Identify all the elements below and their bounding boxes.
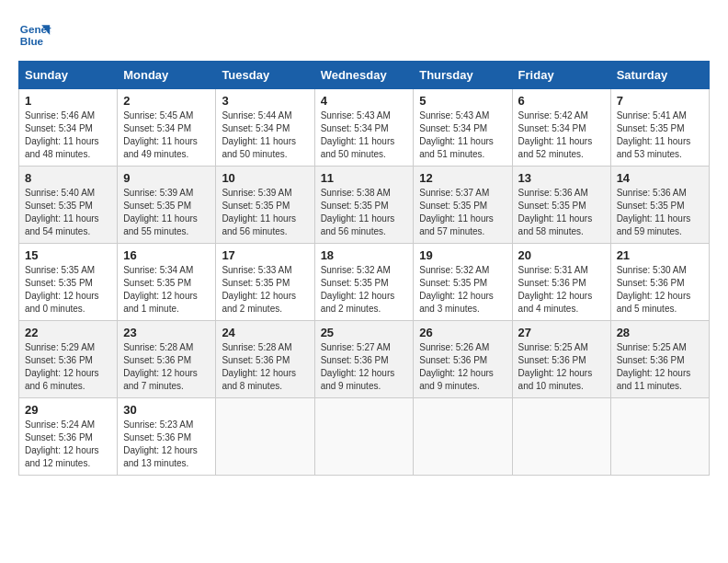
calendar-cell: 30Sunrise: 5:23 AM Sunset: 5:36 PM Dayli… bbox=[118, 398, 216, 476]
cell-text: Sunrise: 5:37 AM Sunset: 5:35 PM Dayligh… bbox=[419, 187, 506, 238]
day-number: 30 bbox=[123, 403, 210, 417]
weekday-header-sunday: Sunday bbox=[19, 62, 118, 89]
day-number: 2 bbox=[123, 94, 210, 108]
calendar-cell: 9Sunrise: 5:39 AM Sunset: 5:35 PM Daylig… bbox=[118, 167, 216, 244]
day-number: 1 bbox=[25, 94, 111, 108]
calendar-cell bbox=[314, 398, 414, 476]
day-number: 3 bbox=[222, 94, 308, 108]
day-number: 5 bbox=[419, 94, 506, 108]
weekday-header-tuesday: Tuesday bbox=[216, 62, 314, 89]
calendar-cell: 5Sunrise: 5:43 AM Sunset: 5:34 PM Daylig… bbox=[414, 89, 512, 167]
calendar-cell bbox=[512, 398, 610, 476]
calendar-cell: 22Sunrise: 5:29 AM Sunset: 5:36 PM Dayli… bbox=[19, 321, 118, 398]
weekday-header-monday: Monday bbox=[118, 62, 216, 89]
calendar-cell: 12Sunrise: 5:37 AM Sunset: 5:35 PM Dayli… bbox=[414, 167, 512, 244]
day-number: 15 bbox=[25, 248, 111, 262]
calendar-cell: 17Sunrise: 5:33 AM Sunset: 5:35 PM Dayli… bbox=[216, 244, 314, 321]
day-number: 20 bbox=[518, 248, 605, 262]
day-number: 16 bbox=[123, 248, 210, 262]
calendar-week-2: 8Sunrise: 5:40 AM Sunset: 5:35 PM Daylig… bbox=[19, 167, 710, 244]
cell-text: Sunrise: 5:24 AM Sunset: 5:36 PM Dayligh… bbox=[25, 419, 111, 470]
calendar-week-3: 15Sunrise: 5:35 AM Sunset: 5:35 PM Dayli… bbox=[19, 244, 710, 321]
cell-text: Sunrise: 5:43 AM Sunset: 5:34 PM Dayligh… bbox=[419, 109, 506, 161]
day-number: 8 bbox=[25, 171, 111, 185]
calendar-cell: 29Sunrise: 5:24 AM Sunset: 5:36 PM Dayli… bbox=[19, 398, 118, 476]
calendar-body: 1Sunrise: 5:46 AM Sunset: 5:34 PM Daylig… bbox=[19, 89, 710, 476]
weekday-header-friday: Friday bbox=[512, 62, 610, 89]
calendar-cell: 13Sunrise: 5:36 AM Sunset: 5:35 PM Dayli… bbox=[512, 167, 610, 244]
cell-text: Sunrise: 5:23 AM Sunset: 5:36 PM Dayligh… bbox=[123, 419, 210, 470]
calendar-week-4: 22Sunrise: 5:29 AM Sunset: 5:36 PM Dayli… bbox=[19, 321, 710, 398]
cell-text: Sunrise: 5:36 AM Sunset: 5:35 PM Dayligh… bbox=[518, 187, 605, 238]
cell-text: Sunrise: 5:40 AM Sunset: 5:35 PM Dayligh… bbox=[25, 187, 111, 238]
cell-text: Sunrise: 5:35 AM Sunset: 5:35 PM Dayligh… bbox=[25, 264, 111, 316]
calendar-header-row: SundayMondayTuesdayWednesdayThursdayFrid… bbox=[19, 62, 710, 89]
cell-text: Sunrise: 5:33 AM Sunset: 5:35 PM Dayligh… bbox=[222, 264, 308, 316]
day-number: 29 bbox=[25, 403, 111, 417]
day-number: 23 bbox=[123, 326, 210, 339]
cell-text: Sunrise: 5:36 AM Sunset: 5:35 PM Dayligh… bbox=[617, 187, 703, 238]
cell-text: Sunrise: 5:44 AM Sunset: 5:34 PM Dayligh… bbox=[222, 109, 308, 161]
calendar-cell: 25Sunrise: 5:27 AM Sunset: 5:36 PM Dayli… bbox=[314, 321, 414, 398]
cell-text: Sunrise: 5:32 AM Sunset: 5:35 PM Dayligh… bbox=[321, 264, 408, 316]
day-number: 24 bbox=[222, 326, 308, 339]
calendar-cell bbox=[216, 398, 314, 476]
calendar-cell: 15Sunrise: 5:35 AM Sunset: 5:35 PM Dayli… bbox=[19, 244, 118, 321]
day-number: 11 bbox=[321, 171, 408, 185]
calendar-cell: 21Sunrise: 5:30 AM Sunset: 5:36 PM Dayli… bbox=[610, 244, 709, 321]
weekday-header-wednesday: Wednesday bbox=[314, 62, 414, 89]
calendar-cell: 24Sunrise: 5:28 AM Sunset: 5:36 PM Dayli… bbox=[216, 321, 314, 398]
logo-icon: General Blue bbox=[18, 18, 51, 52]
calendar-cell: 11Sunrise: 5:38 AM Sunset: 5:35 PM Dayli… bbox=[314, 167, 414, 244]
day-number: 27 bbox=[518, 326, 605, 339]
calendar-week-1: 1Sunrise: 5:46 AM Sunset: 5:34 PM Daylig… bbox=[19, 89, 710, 167]
day-number: 10 bbox=[222, 171, 308, 185]
calendar-cell: 27Sunrise: 5:25 AM Sunset: 5:36 PM Dayli… bbox=[512, 321, 610, 398]
cell-text: Sunrise: 5:31 AM Sunset: 5:36 PM Dayligh… bbox=[518, 264, 605, 316]
day-number: 7 bbox=[617, 94, 703, 108]
cell-text: Sunrise: 5:30 AM Sunset: 5:36 PM Dayligh… bbox=[617, 264, 703, 316]
day-number: 9 bbox=[123, 171, 210, 185]
calendar-cell: 10Sunrise: 5:39 AM Sunset: 5:35 PM Dayli… bbox=[216, 167, 314, 244]
calendar-table: SundayMondayTuesdayWednesdayThursdayFrid… bbox=[18, 61, 710, 476]
calendar-cell: 26Sunrise: 5:26 AM Sunset: 5:36 PM Dayli… bbox=[414, 321, 512, 398]
cell-text: Sunrise: 5:39 AM Sunset: 5:35 PM Dayligh… bbox=[222, 187, 308, 238]
calendar-cell bbox=[414, 398, 512, 476]
calendar-cell: 16Sunrise: 5:34 AM Sunset: 5:35 PM Dayli… bbox=[118, 244, 216, 321]
day-number: 21 bbox=[617, 248, 703, 262]
calendar-cell: 28Sunrise: 5:25 AM Sunset: 5:36 PM Dayli… bbox=[610, 321, 709, 398]
calendar-cell: 1Sunrise: 5:46 AM Sunset: 5:34 PM Daylig… bbox=[19, 89, 118, 167]
weekday-header-thursday: Thursday bbox=[414, 62, 512, 89]
page-header: General Blue bbox=[18, 18, 710, 52]
calendar-cell: 3Sunrise: 5:44 AM Sunset: 5:34 PM Daylig… bbox=[216, 89, 314, 167]
day-number: 4 bbox=[321, 94, 408, 108]
day-number: 18 bbox=[321, 248, 408, 262]
day-number: 28 bbox=[617, 326, 703, 339]
calendar-cell: 4Sunrise: 5:43 AM Sunset: 5:34 PM Daylig… bbox=[314, 89, 414, 167]
calendar-cell: 19Sunrise: 5:32 AM Sunset: 5:35 PM Dayli… bbox=[414, 244, 512, 321]
cell-text: Sunrise: 5:41 AM Sunset: 5:35 PM Dayligh… bbox=[617, 109, 703, 161]
calendar-week-5: 29Sunrise: 5:24 AM Sunset: 5:36 PM Dayli… bbox=[19, 398, 710, 476]
cell-text: Sunrise: 5:34 AM Sunset: 5:35 PM Dayligh… bbox=[123, 264, 210, 316]
calendar-cell: 7Sunrise: 5:41 AM Sunset: 5:35 PM Daylig… bbox=[610, 89, 709, 167]
cell-text: Sunrise: 5:29 AM Sunset: 5:36 PM Dayligh… bbox=[25, 341, 111, 393]
cell-text: Sunrise: 5:32 AM Sunset: 5:35 PM Dayligh… bbox=[419, 264, 506, 316]
cell-text: Sunrise: 5:45 AM Sunset: 5:34 PM Dayligh… bbox=[123, 109, 210, 161]
cell-text: Sunrise: 5:38 AM Sunset: 5:35 PM Dayligh… bbox=[321, 187, 408, 238]
day-number: 12 bbox=[419, 171, 506, 185]
cell-text: Sunrise: 5:28 AM Sunset: 5:36 PM Dayligh… bbox=[123, 341, 210, 393]
calendar-cell: 2Sunrise: 5:45 AM Sunset: 5:34 PM Daylig… bbox=[118, 89, 216, 167]
cell-text: Sunrise: 5:39 AM Sunset: 5:35 PM Dayligh… bbox=[123, 187, 210, 238]
cell-text: Sunrise: 5:25 AM Sunset: 5:36 PM Dayligh… bbox=[617, 341, 703, 393]
calendar-cell bbox=[610, 398, 709, 476]
cell-text: Sunrise: 5:27 AM Sunset: 5:36 PM Dayligh… bbox=[321, 341, 408, 393]
svg-text:Blue: Blue bbox=[20, 35, 44, 47]
day-number: 13 bbox=[518, 171, 605, 185]
calendar-cell: 6Sunrise: 5:42 AM Sunset: 5:34 PM Daylig… bbox=[512, 89, 610, 167]
cell-text: Sunrise: 5:42 AM Sunset: 5:34 PM Dayligh… bbox=[518, 109, 605, 161]
cell-text: Sunrise: 5:28 AM Sunset: 5:36 PM Dayligh… bbox=[222, 341, 308, 393]
calendar-cell: 8Sunrise: 5:40 AM Sunset: 5:35 PM Daylig… bbox=[19, 167, 118, 244]
cell-text: Sunrise: 5:25 AM Sunset: 5:36 PM Dayligh… bbox=[518, 341, 605, 393]
day-number: 17 bbox=[222, 248, 308, 262]
cell-text: Sunrise: 5:43 AM Sunset: 5:34 PM Dayligh… bbox=[321, 109, 408, 161]
